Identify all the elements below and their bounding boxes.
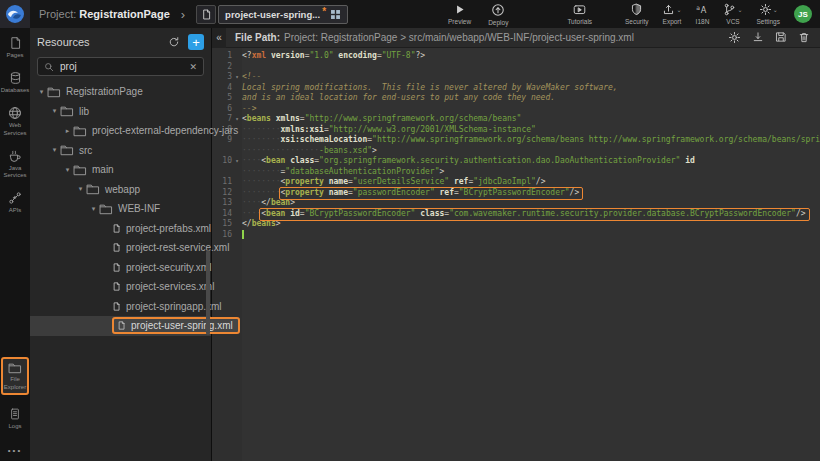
code-line[interactable]: 14····<bean id="BCryptPasswordEncoder" c… [212, 209, 820, 220]
add-resource-button[interactable]: + [188, 34, 204, 50]
code-line[interactable]: 7▾<beans xmlns="http://www.springframewo… [212, 114, 820, 125]
preview-button[interactable]: Preview [448, 3, 471, 26]
search-input[interactable] [58, 60, 185, 73]
project-name: RegistrationPage [79, 8, 169, 20]
settings-label: Settings [757, 18, 781, 25]
fold-arrow-icon[interactable]: ▾ [232, 114, 242, 125]
code-line[interactable]: 12········<property name="passwordEncode… [212, 188, 820, 199]
tree-chevron-icon[interactable]: ▾ [62, 166, 73, 174]
code-line[interactable]: 16 [212, 230, 820, 241]
code-text: ········<property name="userDetailsServi… [242, 177, 820, 188]
code-line[interactable]: 9········xsi:schemaLocation="http://www.… [212, 135, 820, 146]
folder-icon [47, 86, 61, 98]
tree-item-lib[interactable]: ▾lib [30, 102, 211, 122]
security-button[interactable]: Security [625, 3, 648, 25]
code-line[interactable]: 3▾<!-- [212, 72, 820, 83]
code-line[interactable]: 8········xmlns:xsi="http://www.w3.org/20… [212, 125, 820, 136]
tree-chevron-icon[interactable]: ▾ [88, 205, 99, 213]
left-rail: Pages Databases Web Services Java Servic… [0, 28, 30, 461]
tree-chevron-icon[interactable]: ▾ [49, 146, 60, 154]
clear-search-icon[interactable]: ✕ [189, 62, 197, 72]
fold-gutter [232, 230, 242, 241]
fold-gutter [232, 104, 242, 115]
folder-icon [60, 105, 74, 117]
tree-chevron-icon[interactable]: ▾ [75, 185, 86, 193]
tree-item-main[interactable]: ▾main [30, 160, 211, 180]
code-line[interactable]: 5and is an ideal location for end-users … [212, 93, 820, 104]
tutorials-button[interactable]: Tutorials [567, 3, 592, 26]
tree-item-WEB-INF[interactable]: ▾WEB-INF [30, 199, 211, 219]
user-avatar[interactable]: JS [794, 5, 812, 23]
sidebar-item-databases[interactable]: Databases [0, 71, 30, 94]
resources-panel: Resources + ✕ ▾RegistrationPage▾lib▸proj… [30, 28, 212, 461]
fold-arrow-icon[interactable]: ▾ [232, 156, 242, 167]
deploy-button[interactable]: Deploy [488, 3, 508, 26]
deploy-icon [491, 3, 505, 17]
line-number: 15 [212, 219, 232, 230]
fold-gutter [232, 209, 242, 220]
tree-item-webapp[interactable]: ▾webapp [30, 180, 211, 200]
tree-item-project-external-dependency-jars[interactable]: ▸project-external-dependency-jars [30, 121, 211, 141]
export-button[interactable]: ⌄ Export [662, 3, 681, 25]
code-line[interactable]: 6--> [212, 104, 820, 115]
save-icon[interactable] [775, 31, 787, 44]
settings-button[interactable]: ⌄ Settings [757, 3, 781, 25]
vcs-label: VCS [726, 18, 739, 25]
tree-item-project-security.xml[interactable]: project-security.xml [30, 258, 211, 278]
file-type-button[interactable] [196, 5, 216, 24]
wavemaker-logo[interactable] [0, 0, 30, 28]
sidebar-item-web-services[interactable]: Web Services [0, 106, 30, 136]
tree-item-project-user-spring.xml[interactable]: project-user-spring.xml [30, 316, 211, 336]
grid-icon[interactable] [330, 9, 341, 20]
sidebar-item-java-services[interactable]: Java Services [0, 149, 30, 179]
tree-item-project-springapp.xml[interactable]: project-springapp.xml [30, 297, 211, 317]
sidebar-item-apis[interactable]: APIs [0, 191, 30, 214]
chevron-right-icon: › [181, 8, 185, 21]
download-icon[interactable] [752, 31, 764, 44]
editor-settings-icon[interactable] [728, 31, 741, 44]
security-label: Security [625, 18, 648, 25]
tree-item-project-prefabs.xml[interactable]: project-prefabs.xml [30, 219, 211, 239]
tree-item-project-rest-service.xml[interactable]: project-rest-service.xml [30, 238, 211, 258]
tab-label: project-user-spring... [225, 9, 320, 20]
tree-item-src[interactable]: ▾src [30, 141, 211, 161]
folder-icon [73, 164, 87, 176]
sidebar-item-pages[interactable]: Pages [0, 36, 30, 59]
translate-icon: Aa [695, 3, 709, 16]
tree-chevron-icon[interactable]: ▾ [49, 107, 60, 115]
code-editor[interactable]: 1<?xml version="1.0" encoding="UTF-8"?>2… [212, 48, 820, 461]
i18n-button[interactable]: Aa I18N [695, 3, 709, 25]
refresh-icon[interactable] [168, 36, 180, 48]
line-number: 14 [212, 209, 232, 220]
file-icon [112, 301, 121, 312]
vcs-button[interactable]: ⌄ VCS [723, 3, 742, 25]
code-line[interactable]: 2 [212, 62, 820, 73]
tree-item-project-services.xml[interactable]: project-services.xml [30, 277, 211, 297]
code-line[interactable]: ················-beans.xsd"> [212, 146, 820, 157]
code-line[interactable]: 4Local spring modifications. This file i… [212, 83, 820, 94]
more-options-button[interactable]: ••• [8, 446, 22, 455]
open-file-tab[interactable]: project-user-spring... * [218, 5, 348, 24]
page-icon [9, 36, 22, 50]
collapse-panel-icon[interactable]: « [212, 28, 226, 48]
sidebar-item-logs[interactable]: Logs [0, 407, 30, 430]
sidebar-item-file-explorer[interactable]: File Explorer [0, 357, 30, 394]
line-number: 7 [212, 114, 232, 125]
tree-item-label: project-rest-service.xml [126, 242, 229, 253]
line-number: 11 [212, 177, 232, 188]
fold-arrow-icon[interactable]: ▾ [232, 72, 242, 83]
delete-icon[interactable] [798, 31, 810, 44]
code-text: ····<bean class="org.springframework.sec… [242, 156, 820, 167]
chevron-down-icon: ⌄ [676, 6, 681, 13]
tree-chevron-icon[interactable]: ▾ [36, 88, 47, 96]
tree-item-RegistrationPage[interactable]: ▾RegistrationPage [30, 82, 211, 102]
code-line[interactable]: ········="databaseAuthenticationProvider… [212, 167, 820, 178]
code-line[interactable]: 11········<property name="userDetailsSer… [212, 177, 820, 188]
resources-scrollbar[interactable] [206, 250, 210, 335]
code-line[interactable]: 10▾····<bean class="org.springframework.… [212, 156, 820, 167]
tree-chevron-icon[interactable]: ▸ [62, 127, 73, 135]
line-number: 1 [212, 51, 232, 62]
video-icon [572, 3, 587, 16]
git-branch-icon [723, 3, 736, 16]
code-line[interactable]: 1<?xml version="1.0" encoding="UTF-8"?> [212, 51, 820, 62]
